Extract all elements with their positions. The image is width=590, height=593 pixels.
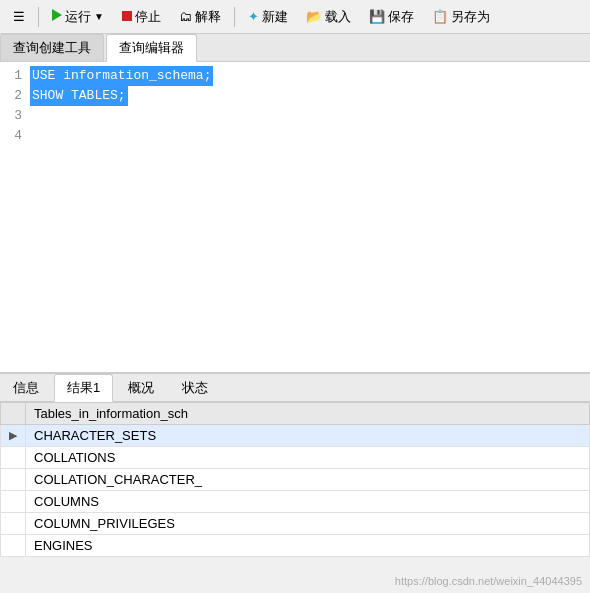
code-line-1-text: USE information_schema; (30, 66, 213, 86)
results-area: 信息 结果1 概况 状态 Tables_in_information_sch ▶… (0, 372, 590, 557)
row-value: COLLATIONS (26, 447, 590, 469)
explain-label: 解释 (195, 8, 221, 26)
run-label: 运行 (65, 8, 91, 26)
editor-tabs-bar: 查询创建工具 查询编辑器 (0, 34, 590, 62)
row-indicator (1, 447, 26, 469)
load-icon: 📂 (306, 9, 322, 24)
row-indicator (1, 513, 26, 535)
save-icon: 💾 (369, 9, 385, 24)
separator-1 (38, 7, 39, 27)
row-value: CHARACTER_SETS (26, 425, 590, 447)
tab-query-editor[interactable]: 查询编辑器 (106, 34, 197, 62)
main-toolbar: ☰ 运行 ▼ 停止 🗂 解释 ✦ 新建 📂 载入 💾 保存 📋 另存为 (0, 0, 590, 34)
row-value: COLUMN_PRIVILEGES (26, 513, 590, 535)
results-table: Tables_in_information_sch ▶CHARACTER_SET… (0, 402, 590, 557)
tab-info[interactable]: 信息 (0, 374, 52, 401)
stop-label: 停止 (135, 8, 161, 26)
row-indicator (1, 535, 26, 557)
code-line-2: SHOW TABLES; (30, 86, 590, 106)
tab-query-builder[interactable]: 查询创建工具 (0, 34, 104, 61)
hamburger-button[interactable]: ☰ (6, 6, 32, 27)
load-label: 载入 (325, 8, 351, 26)
table-row[interactable]: COLLATIONS (1, 447, 590, 469)
new-label: 新建 (262, 8, 288, 26)
row-indicator (1, 491, 26, 513)
column-header: Tables_in_information_sch (26, 403, 590, 425)
stop-icon (122, 9, 132, 24)
stop-button[interactable]: 停止 (115, 5, 168, 29)
row-indicator-header (1, 403, 26, 425)
table-row[interactable]: ENGINES (1, 535, 590, 557)
save-label: 保存 (388, 8, 414, 26)
run-dropdown-icon: ▼ (94, 11, 104, 22)
explain-button[interactable]: 🗂 解释 (172, 5, 228, 29)
run-icon (52, 9, 62, 24)
results-tabs-bar: 信息 结果1 概况 状态 (0, 374, 590, 402)
row-indicator: ▶ (1, 425, 26, 447)
hamburger-icon: ☰ (13, 9, 25, 24)
row-value: ENGINES (26, 535, 590, 557)
tab-overview[interactable]: 概况 (115, 374, 167, 401)
row-value: COLLATION_CHARACTER_ (26, 469, 590, 491)
code-content: USE information_schema; SHOW TABLES; (30, 66, 590, 368)
tab-result1[interactable]: 结果1 (54, 374, 113, 402)
code-line-1: USE information_schema; (30, 66, 590, 86)
saveas-button[interactable]: 📋 另存为 (425, 5, 497, 29)
code-line-2-text: SHOW TABLES; (30, 86, 128, 106)
row-indicator (1, 469, 26, 491)
new-button[interactable]: ✦ 新建 (241, 5, 295, 29)
separator-2 (234, 7, 235, 27)
code-line-3 (30, 106, 590, 126)
saveas-label: 另存为 (451, 8, 490, 26)
saveas-icon: 📋 (432, 9, 448, 24)
load-button[interactable]: 📂 载入 (299, 5, 358, 29)
code-editor[interactable]: 1 2 3 4 USE information_schema; SHOW TAB… (0, 62, 590, 372)
tab-status[interactable]: 状态 (169, 374, 221, 401)
row-value: COLUMNS (26, 491, 590, 513)
run-button[interactable]: 运行 ▼ (45, 5, 111, 29)
explain-icon: 🗂 (179, 9, 192, 24)
results-table-wrapper[interactable]: Tables_in_information_sch ▶CHARACTER_SET… (0, 402, 590, 557)
new-icon: ✦ (248, 9, 259, 24)
save-button[interactable]: 💾 保存 (362, 5, 421, 29)
table-row[interactable]: COLUMN_PRIVILEGES (1, 513, 590, 535)
code-line-4 (30, 126, 590, 146)
table-row[interactable]: ▶CHARACTER_SETS (1, 425, 590, 447)
table-row[interactable]: COLUMNS (1, 491, 590, 513)
watermark: https://blog.csdn.net/weixin_44044395 (395, 575, 582, 587)
line-numbers: 1 2 3 4 (0, 66, 30, 368)
table-row[interactable]: COLLATION_CHARACTER_ (1, 469, 590, 491)
